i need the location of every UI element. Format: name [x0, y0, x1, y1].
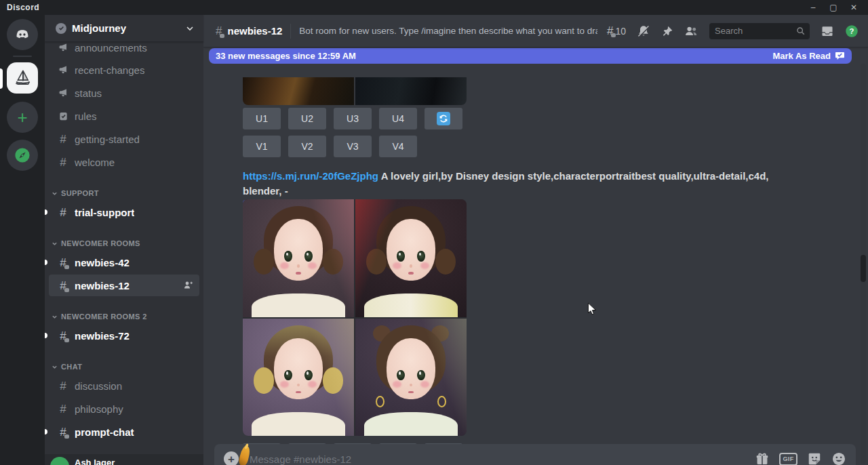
hash-icon: [56, 403, 71, 415]
chat-scrollbar[interactable]: [861, 64, 866, 464]
members-icon: [684, 24, 698, 38]
channel-welcome[interactable]: welcome: [49, 151, 199, 173]
channel-announcements[interactable]: announcements: [49, 43, 199, 58]
message-check-icon: [835, 52, 845, 60]
new-messages-text: 33 new messages since 12:59 AM: [216, 51, 356, 61]
image-quadrant-4[interactable]: [355, 319, 467, 437]
gif-button[interactable]: GIF: [779, 453, 797, 465]
verified-badge-icon: [56, 23, 66, 34]
chevron-down-icon: [52, 190, 58, 197]
category-label: NEWCOMER ROOMS: [61, 239, 140, 247]
v1-button[interactable]: V1: [243, 136, 281, 157]
emoji-icon: [831, 451, 846, 465]
channel-newbies-42[interactable]: newbies-42: [49, 251, 199, 273]
channel-name: discussion: [75, 380, 122, 392]
channel-philosophy[interactable]: philosophy: [49, 398, 199, 420]
hash-thread-icon: [216, 25, 222, 37]
sticker-button[interactable]: [807, 451, 822, 465]
avatar[interactable]: [50, 457, 69, 465]
channel-discussion[interactable]: discussion: [49, 375, 199, 397]
unread-indicator: [45, 260, 47, 265]
help-icon: ?: [845, 24, 859, 38]
channel-prompt-chat[interactable]: prompt-chat: [49, 421, 199, 443]
category-newcomer-rooms[interactable]: NEWCOMER ROOMS: [52, 235, 197, 251]
unread-indicator: [45, 333, 47, 338]
explore-servers-button[interactable]: [7, 140, 38, 171]
new-messages-bar[interactable]: 33 new messages since 12:59 AM Mark As R…: [209, 48, 852, 64]
channel-rules[interactable]: rules: [49, 105, 199, 127]
plus-icon: +: [17, 108, 27, 126]
v4-button[interactable]: V4: [379, 136, 417, 157]
gift-button[interactable]: [755, 451, 770, 465]
channel-list[interactable]: announcements recent-changes status rule…: [45, 43, 203, 443]
channel-name: newbies-42: [75, 257, 130, 268]
channel-topic[interactable]: Bot room for new users. Type /imagine th…: [299, 26, 597, 36]
server-header[interactable]: Midjourney: [45, 15, 203, 42]
prompt-link[interactable]: https://s.mj.run/-20fGeZjphg: [243, 170, 378, 182]
rules-icon: [56, 111, 71, 121]
minimize-button[interactable]: –: [803, 0, 823, 15]
v2-button[interactable]: V2: [288, 136, 326, 157]
notifications-muted-button[interactable]: [637, 24, 650, 38]
hash-icon: [56, 207, 71, 218]
emoji-button[interactable]: [831, 451, 846, 465]
scrollbar-thumb[interactable]: [861, 255, 866, 282]
search-placeholder: Search: [715, 26, 796, 36]
channel-newbies-72[interactable]: newbies-72: [49, 325, 199, 346]
v3-button[interactable]: V3: [334, 136, 372, 157]
category-chat[interactable]: CHAT: [52, 359, 197, 375]
discord-home-button[interactable]: [7, 19, 38, 50]
u3-button[interactable]: U3: [334, 108, 372, 129]
image-quadrant-2[interactable]: [355, 199, 467, 317]
user-panel[interactable]: Ash lager: [45, 454, 203, 465]
channel-name: newbies-12: [75, 280, 130, 291]
channel-name: philosophy: [75, 403, 123, 415]
chevron-down-icon: [52, 364, 58, 370]
mark-as-read-label: Mark As Read: [773, 51, 831, 61]
create-invite-icon[interactable]: [183, 280, 194, 291]
channel-header: newbies-12 Bot room for new users. Type …: [203, 15, 868, 47]
channel-status[interactable]: status: [49, 82, 199, 104]
message-input[interactable]: Message #newbies-12: [250, 453, 755, 465]
channel-newbies-12[interactable]: newbies-12: [49, 275, 199, 296]
channel-partial[interactable]: [49, 441, 199, 443]
channel-recent-changes[interactable]: recent-changes: [49, 59, 199, 81]
attach-button[interactable]: +: [224, 451, 239, 465]
gift-icon: [755, 451, 770, 465]
previous-message-image[interactable]: [243, 77, 467, 105]
image-quadrant-3[interactable]: [243, 319, 354, 437]
u2-button[interactable]: U2: [288, 108, 326, 129]
member-list-button[interactable]: [684, 24, 698, 38]
channel-name: trial-support: [75, 207, 134, 218]
message-composer[interactable]: + Message #newbies-12 GIF: [214, 444, 856, 465]
header-divider: [290, 24, 291, 39]
mark-as-read-button[interactable]: Mark As Read: [773, 51, 846, 61]
maximize-button[interactable]: ▢: [823, 0, 844, 15]
compass-icon: [14, 146, 31, 164]
pinned-messages-button[interactable]: [661, 25, 673, 37]
help-button[interactable]: ?: [845, 24, 859, 38]
pin-icon: [661, 25, 673, 37]
add-server-button[interactable]: +: [7, 102, 38, 133]
midjourney-server-button[interactable]: [7, 62, 38, 94]
image-quadrant-1[interactable]: [243, 199, 354, 317]
threads-button[interactable]: 10: [607, 25, 626, 37]
generated-image-grid[interactable]: [243, 199, 467, 436]
channel-trial-support[interactable]: trial-support: [49, 201, 199, 223]
sailboat-icon: [13, 68, 32, 87]
category-newcomer-rooms-2[interactable]: NEWCOMER ROOMS 2: [52, 308, 197, 325]
search-input[interactable]: Search: [709, 23, 810, 39]
message-list[interactable]: U1 U2 U3 U4 V1 V2 V3 V4 https://s.mj.run…: [203, 47, 859, 465]
close-button[interactable]: ✕: [844, 0, 864, 15]
category-label: SUPPORT: [61, 189, 99, 197]
search-icon: [796, 26, 806, 36]
channel-name: announcements: [75, 43, 147, 54]
hash-icon: [56, 157, 71, 168]
u1-button[interactable]: U1: [243, 108, 281, 129]
u4-button[interactable]: U4: [379, 108, 417, 129]
inbox-button[interactable]: [821, 24, 834, 38]
svg-text:?: ?: [850, 27, 854, 35]
category-support[interactable]: SUPPORT: [52, 185, 197, 201]
channel-getting-started[interactable]: getting-started: [49, 128, 199, 150]
rerun-button[interactable]: [425, 108, 462, 129]
